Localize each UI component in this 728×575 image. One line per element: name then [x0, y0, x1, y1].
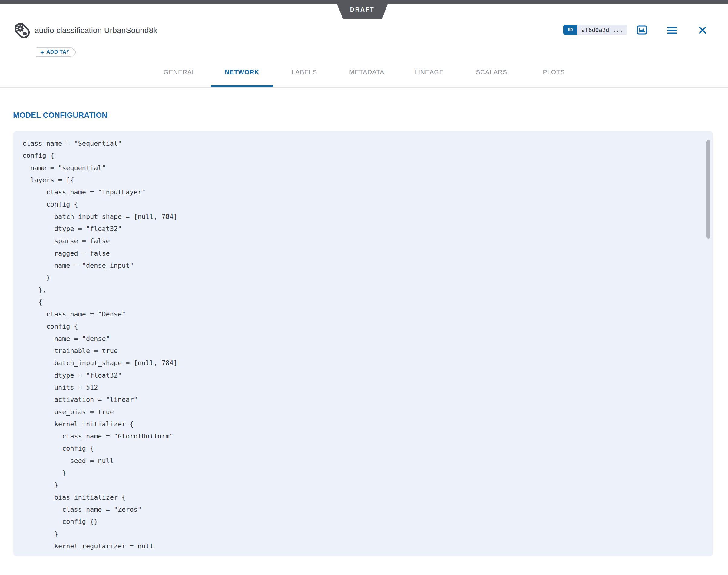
tab-bar: GENERALNETWORKLABELSMETADATALINEAGESCALA… [0, 61, 728, 83]
tab-plots[interactable]: PLOTS [523, 61, 585, 83]
header-divider [0, 87, 728, 88]
tab-network[interactable]: NETWORK [211, 61, 273, 83]
tab-scalars[interactable]: SCALARS [460, 61, 523, 83]
model-icon [13, 21, 31, 40]
id-badge[interactable]: ID af6d0a2d ... [563, 25, 627, 35]
section-title: MODEL CONFIGURATION [13, 111, 107, 120]
model-configuration-code: class_name = "Sequential" config { name … [23, 137, 704, 552]
tab-metadata[interactable]: METADATA [335, 61, 398, 83]
page-title: audio classification UrbanSound8k [35, 26, 158, 35]
add-tag-button[interactable]: + ADD TAG [36, 47, 72, 57]
tab-labels[interactable]: LABELS [273, 61, 335, 83]
plots-view-button[interactable] [637, 26, 647, 35]
plots-icon [637, 26, 647, 35]
id-badge-label: ID [563, 25, 577, 35]
status-ribbon: DRAFT [335, 0, 389, 19]
tab-lineage[interactable]: LINEAGE [398, 61, 460, 83]
tab-general[interactable]: GENERAL [148, 61, 211, 83]
menu-button[interactable] [667, 27, 677, 34]
id-badge-value[interactable]: af6d0a2d ... [577, 25, 627, 35]
close-icon [699, 26, 706, 34]
plus-icon: + [40, 49, 44, 56]
menu-icon [667, 27, 677, 34]
status-ribbon-label: DRAFT [350, 6, 374, 13]
close-button[interactable] [699, 26, 706, 34]
model-configuration-panel: class_name = "Sequential" config { name … [13, 131, 713, 556]
scrollbar-thumb[interactable] [706, 140, 710, 239]
